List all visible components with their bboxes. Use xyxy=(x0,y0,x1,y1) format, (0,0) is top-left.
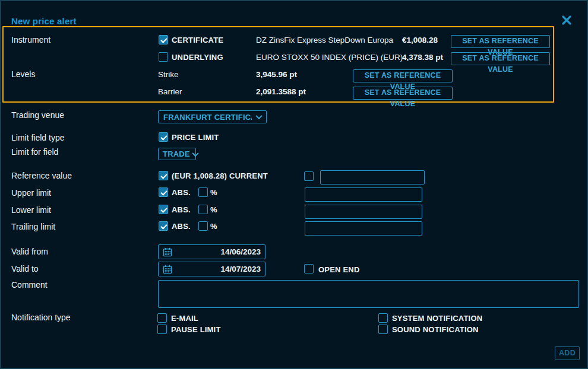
price-limit-checkbox[interactable] xyxy=(159,132,168,142)
system-notification-label: SYSTEM NOTIFICATION xyxy=(392,314,482,323)
lower-limit-pct-label: % xyxy=(210,205,217,214)
valid-from-input[interactable] xyxy=(176,247,261,256)
certificate-value: €1,008.28 xyxy=(402,36,438,44)
reference-custom-input[interactable] xyxy=(320,170,425,184)
underlying-set-reference-button[interactable]: SET AS REFERENCE VALUE xyxy=(451,52,550,65)
price-limit-label: PRICE LIMIT xyxy=(172,133,219,142)
valid-to-label: Valid to xyxy=(11,264,39,273)
upper-limit-abs-checkbox[interactable] xyxy=(159,187,168,197)
valid-to-field[interactable] xyxy=(158,262,265,276)
certificate-checkbox-label: CERTIFICATE xyxy=(172,36,223,44)
email-checkbox[interactable] xyxy=(157,313,167,323)
strike-set-reference-button[interactable]: SET AS REFERENCE VALUE xyxy=(353,69,453,82)
trading-venue-dropdown[interactable]: FRANKFURT CERTIFICAT... xyxy=(158,110,267,123)
underlying-checkbox[interactable] xyxy=(159,52,168,62)
new-price-alert-dialog: New price alert Instrument Levels CERTIF… xyxy=(0,0,588,369)
trailing-limit-abs-checkbox[interactable] xyxy=(159,221,168,231)
open-end-label: OPEN END xyxy=(318,265,360,274)
chevron-down-icon xyxy=(192,149,198,156)
close-button[interactable] xyxy=(558,12,575,30)
comment-label: Comment xyxy=(11,280,48,290)
email-label: E-MAIL xyxy=(171,314,198,323)
reference-current-checkbox[interactable] xyxy=(159,171,168,180)
trading-venue-label: Trading venue xyxy=(11,110,64,120)
lower-limit-input[interactable] xyxy=(305,205,422,219)
reference-custom-checkbox[interactable] xyxy=(304,171,314,181)
strike-label: Strike xyxy=(158,70,179,79)
lower-limit-label: Lower limit xyxy=(11,205,51,215)
lower-limit-abs-checkbox[interactable] xyxy=(159,205,168,214)
barrier-label: Barrier xyxy=(158,87,182,96)
upper-limit-label: Upper limit xyxy=(11,188,51,198)
underlying-checkbox-label: UNDERLYING xyxy=(172,53,223,62)
trailing-limit-pct-checkbox[interactable] xyxy=(198,221,208,231)
trading-venue-selected: FRANKFURT CERTIFICAT... xyxy=(163,113,252,122)
lower-limit-abs-label: ABS. xyxy=(172,205,191,214)
trailing-limit-label: Trailing limit xyxy=(11,222,55,231)
underlying-name: EURO STOXX 50 INDEX (PRICE) (EUR) xyxy=(256,53,403,62)
reference-current-label: (EUR 1,008.28) CURRENT xyxy=(172,171,268,180)
valid-from-label: Valid from xyxy=(11,247,48,256)
calendar-icon[interactable] xyxy=(163,265,172,274)
reference-value-label: Reference value xyxy=(11,171,72,180)
upper-limit-pct-label: % xyxy=(210,188,217,197)
underlying-value: 4,378.38 pt xyxy=(402,53,443,62)
barrier-value: 2,091.3588 pt xyxy=(256,87,306,96)
instrument-label: Instrument xyxy=(11,35,50,44)
close-icon xyxy=(559,13,574,27)
upper-limit-input[interactable] xyxy=(305,187,422,202)
valid-to-input[interactable] xyxy=(176,265,261,273)
levels-label: Levels xyxy=(11,69,35,79)
notification-type-label: Notification type xyxy=(11,313,71,322)
dialog-title: New price alert xyxy=(11,16,77,26)
open-end-checkbox[interactable] xyxy=(304,264,314,273)
chevron-down-icon xyxy=(255,113,262,119)
trailing-limit-input[interactable] xyxy=(305,221,422,236)
upper-limit-abs-label: ABS. xyxy=(172,188,191,197)
add-button[interactable]: ADD xyxy=(555,346,580,360)
sound-notification-checkbox[interactable] xyxy=(378,325,388,334)
sound-notification-label: SOUND NOTIFICATION xyxy=(392,325,479,334)
trailing-limit-pct-label: % xyxy=(210,222,217,231)
limit-field-type-label: Limit field type xyxy=(11,133,64,142)
system-notification-checkbox[interactable] xyxy=(378,313,388,323)
trailing-limit-abs-label: ABS. xyxy=(172,222,191,231)
certificate-set-reference-button[interactable]: SET AS REFERENCE VALUE xyxy=(451,35,550,48)
limit-for-field-label: Limit for field xyxy=(11,147,58,157)
barrier-set-reference-button[interactable]: SET AS REFERENCE VALUE xyxy=(353,87,453,100)
pause-limit-label: PAUSE LIMIT xyxy=(171,325,221,334)
pause-limit-checkbox[interactable] xyxy=(157,325,167,334)
calendar-icon[interactable] xyxy=(163,247,172,257)
limit-for-field-dropdown[interactable]: TRADE xyxy=(158,148,196,160)
certificate-checkbox[interactable] xyxy=(159,35,168,44)
certificate-name: DZ ZinsFix Express StepDown Europa xyxy=(256,36,393,44)
upper-limit-pct-checkbox[interactable] xyxy=(198,187,208,197)
comment-textarea[interactable] xyxy=(158,280,579,308)
valid-from-field[interactable] xyxy=(158,244,265,259)
limit-for-field-selected: TRADE xyxy=(163,149,190,158)
strike-value: 3,945.96 pt xyxy=(256,70,297,79)
lower-limit-pct-checkbox[interactable] xyxy=(198,205,208,214)
